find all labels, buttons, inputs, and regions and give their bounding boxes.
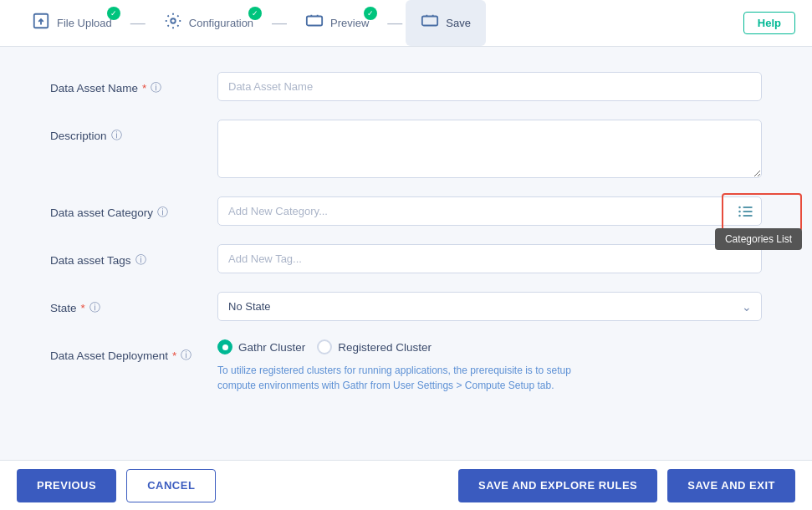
svg-rect-3 — [422, 17, 437, 26]
nav-step-configuration[interactable]: Configuration ✓ — [149, 0, 268, 46]
data-asset-name-row: Data Asset Name * ⓘ — [50, 72, 762, 101]
svg-rect-2 — [307, 17, 322, 26]
svg-point-8 — [738, 210, 741, 212]
svg-point-1 — [171, 18, 176, 23]
deployment-note: To utilize registered clusters for runni… — [217, 363, 585, 393]
configuration-icon — [164, 12, 182, 34]
deployment-options: Gathr Cluster Registered Cluster To util… — [217, 339, 762, 393]
registered-cluster-radio[interactable] — [317, 339, 332, 354]
category-input[interactable] — [217, 196, 762, 226]
nav-step-preview-label: Preview — [330, 17, 369, 29]
required-star-state: * — [81, 302, 85, 314]
file-upload-icon — [32, 12, 50, 34]
deployment-label: Data Asset Deployment * ⓘ — [50, 339, 217, 363]
nav-step-file-upload-label: File Upload — [57, 17, 112, 29]
data-asset-name-input[interactable] — [217, 72, 762, 101]
categories-list-button[interactable] — [728, 196, 763, 226]
help-button[interactable]: Help — [743, 12, 795, 34]
svg-point-9 — [738, 214, 741, 217]
top-nav: File Upload ✓ — Configuration ✓ — Previe… — [0, 0, 812, 47]
bottom-bar: PREVIOUS CANCEL SAVE AND EXPLORE RULES S… — [0, 460, 812, 510]
save-exit-button[interactable]: SAVE AND EXIT — [667, 469, 795, 502]
categories-list-tooltip: Categories List — [715, 228, 802, 250]
preview-check: ✓ — [364, 7, 377, 20]
description-textarea[interactable] — [217, 120, 762, 178]
description-row: Description ⓘ — [50, 120, 762, 178]
deployment-row: Data Asset Deployment * ⓘ Gathr Cluster … — [50, 339, 762, 393]
required-star-name: * — [142, 82, 146, 94]
nav-step-save[interactable]: Save — [406, 0, 486, 46]
save-icon — [421, 12, 439, 34]
nav-sep-2: — — [268, 14, 290, 32]
category-label: Data asset Category ⓘ — [50, 196, 217, 220]
gathr-cluster-radio[interactable] — [217, 339, 232, 354]
tags-input[interactable] — [217, 244, 762, 273]
required-star-deployment: * — [172, 349, 176, 362]
nav-step-preview[interactable]: Preview ✓ — [290, 0, 384, 46]
cancel-button[interactable]: CANCEL — [126, 469, 216, 502]
info-icon-deployment[interactable]: ⓘ — [181, 348, 192, 363]
nav-step-file-upload[interactable]: File Upload ✓ — [17, 0, 127, 46]
file-upload-check: ✓ — [107, 7, 120, 20]
nav-step-save-label: Save — [446, 17, 471, 29]
description-label: Description ⓘ — [50, 120, 217, 143]
registered-cluster-label: Registered Cluster — [338, 341, 432, 354]
nav-sep-3: — — [384, 14, 406, 32]
state-select-wrapper: No State Active Inactive Draft ⌄ — [217, 292, 762, 321]
gathr-cluster-option[interactable]: Gathr Cluster — [217, 339, 305, 354]
info-icon-tags[interactable]: ⓘ — [135, 252, 146, 268]
configuration-check: ✓ — [248, 7, 262, 20]
registered-cluster-option[interactable]: Registered Cluster — [317, 339, 432, 354]
state-select[interactable]: No State Active Inactive Draft — [217, 292, 762, 321]
category-input-wrapper: Categories List — [217, 196, 762, 226]
save-explore-button[interactable]: SAVE AND EXPLORE RULES — [458, 469, 657, 502]
nav-sep-1: — — [127, 14, 149, 32]
deployment-radio-row: Gathr Cluster Registered Cluster — [217, 339, 762, 354]
info-icon-state[interactable]: ⓘ — [89, 300, 100, 315]
info-icon-category[interactable]: ⓘ — [157, 205, 168, 220]
main-content: Data Asset Name * ⓘ Description ⓘ Data a… — [0, 47, 812, 460]
preview-icon — [305, 12, 324, 34]
tags-label: Data asset Tags ⓘ — [50, 244, 217, 268]
state-row: State * ⓘ No State Active Inactive Draft… — [50, 292, 762, 321]
svg-point-7 — [738, 206, 741, 208]
state-label: State * ⓘ — [50, 292, 217, 315]
category-row: Data asset Category ⓘ Categories List — [50, 196, 762, 226]
gathr-cluster-label: Gathr Cluster — [238, 341, 305, 354]
tags-row: Data asset Tags ⓘ — [50, 244, 762, 273]
data-asset-name-label: Data Asset Name * ⓘ — [50, 72, 217, 95]
info-icon-desc[interactable]: ⓘ — [111, 128, 122, 143]
previous-button[interactable]: PREVIOUS — [17, 469, 116, 502]
info-icon-name[interactable]: ⓘ — [151, 80, 161, 95]
nav-step-configuration-label: Configuration — [189, 17, 253, 29]
